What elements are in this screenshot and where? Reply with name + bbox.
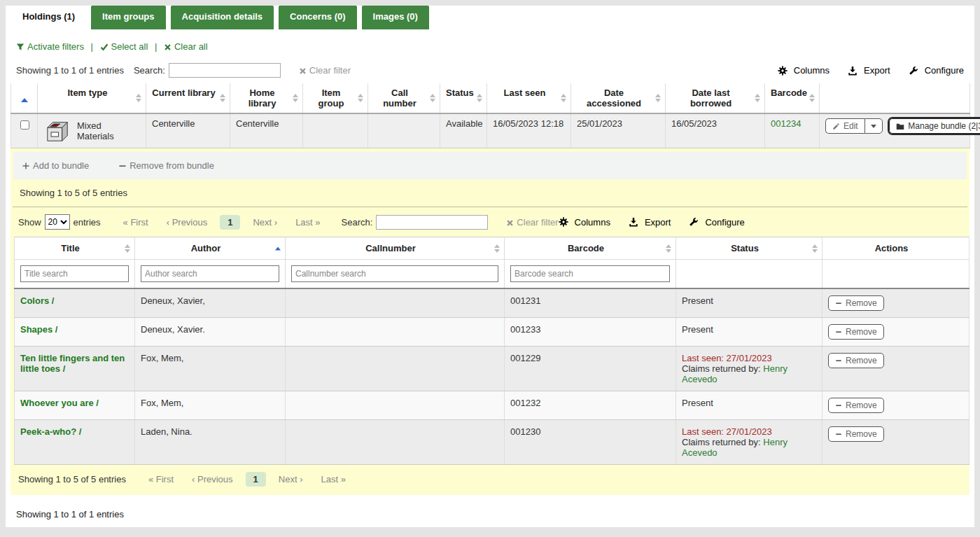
select-all-link[interactable]: Select all [100,41,148,52]
holdings-clear-filter[interactable]: Clear filter [299,65,351,76]
remove-button[interactable]: Remove [828,353,884,368]
title-link[interactable]: Shapes / [20,324,57,335]
header-current-library[interactable]: Current library [146,83,230,113]
header-status[interactable]: Status [676,237,822,260]
sort-icon [136,94,141,102]
bundle-pagination-top: « First ‹ Previous 1 Next › Last » [118,215,326,230]
header-last-seen[interactable]: Last seen [487,83,571,113]
sort-icon [655,94,661,102]
table-filter-links: Activate filters | Select all | Clear al… [10,29,969,57]
author-cell: Fox, Mem, [135,347,286,391]
configure-button[interactable]: Configure [909,65,964,76]
title-link[interactable]: Peek-a-who? / [20,426,81,437]
header-item-type[interactable]: Item type [38,83,146,113]
last-page-button[interactable]: Last » [290,215,326,230]
tab-holdings[interactable]: Holdings (1) [11,6,86,29]
page-size-select[interactable]: 20 [45,214,70,230]
tab-acquisition-details[interactable]: Acquisition details [171,6,274,29]
barcode-search-input[interactable] [510,265,670,282]
header-actions [820,83,970,113]
barcode-cell: 001232 [505,391,676,420]
sort-icon [809,94,815,102]
previous-page-button[interactable]: ‹ Previous [186,472,239,487]
item-type-label: Mixed Materials [77,120,140,141]
holdings-info: Showing 1 to 1 of 1 entries [16,65,124,76]
next-page-button[interactable]: Next › [273,472,309,487]
bundle-pagination-bottom: « First ‹ Previous 1 Next › Last » [143,472,351,487]
entries-label: entries [74,217,101,228]
tab-item-groups[interactable]: Item groups [91,6,165,29]
export-button[interactable]: Export [629,217,671,228]
header-status[interactable]: Status [440,83,487,113]
previous-page-button[interactable]: ‹ Previous [161,215,214,230]
title-link[interactable]: Whoever you are / [20,398,99,408]
status-cell: Available [440,113,487,148]
header-author[interactable]: Author [135,237,286,260]
last-page-button[interactable]: Last » [316,472,351,487]
header-callnumber[interactable]: Callnumber [286,237,505,260]
minus-icon [835,431,842,438]
clear-all-link[interactable]: Clear all [164,41,208,52]
first-page-button[interactable]: « First [118,215,154,230]
columns-button[interactable]: Columns [559,217,610,228]
add-to-bundle-link[interactable]: Add to bundle [22,160,89,171]
manage-bundle-button[interactable]: Manage bundle (2|3) [889,118,980,134]
table-row: Peek-a-who? / Laden, Nina. 001230 Last s… [15,420,969,465]
header-item-group[interactable]: Item group [303,83,368,113]
header-title[interactable]: Title [15,237,135,260]
remove-button[interactable]: Remove [828,324,884,340]
title-link[interactable]: Ten little fingers and ten little toes / [20,353,125,374]
callnumber-cell [286,420,505,465]
callnumber-search-input[interactable] [291,265,498,282]
activate-filters-link[interactable]: Activate filters [16,41,84,52]
wrench-icon [689,217,699,227]
sort-icon [755,94,760,102]
first-page-button[interactable]: « First [143,472,179,487]
title-link[interactable]: Colors / [20,295,54,306]
edit-button[interactable]: Edit [825,118,864,134]
wrench-icon [909,66,918,76]
header-barcode[interactable]: Barcode [505,237,676,260]
title-search-input[interactable] [20,265,129,282]
current-page-button[interactable]: 1 [246,472,266,487]
holdings-search-input[interactable] [169,63,281,78]
header-barcode[interactable]: Barcode [765,83,820,113]
status-cell: Last seen: 27/01/2023Claims returned by:… [676,347,822,391]
minus-icon [118,162,127,170]
bundle-search-input[interactable] [376,215,488,230]
remove-button[interactable]: Remove [828,398,884,413]
configure-button[interactable]: Configure [689,217,744,228]
date-accessioned-cell: 25/01/2023 [571,113,666,148]
edit-dropdown-toggle[interactable] [864,118,883,134]
remove-from-bundle-link[interactable]: Remove from bundle [118,160,214,171]
sort-asc-icon [21,88,28,102]
barcode-link[interactable]: 001234 [771,118,801,129]
sort-icon [125,244,130,253]
remove-button[interactable]: Remove [828,295,884,311]
header-call-number[interactable]: Call number [368,83,440,113]
bundle-clear-filter[interactable]: Clear filter [506,217,558,228]
author-cell: Deneux, Xavier, [135,288,286,318]
current-page-button[interactable]: 1 [220,215,240,230]
header-date-last-borrowed[interactable]: Date last borrowed [666,83,765,113]
remove-button[interactable]: Remove [828,426,884,442]
barcode-cell: 001231 [505,288,676,318]
author-search-input[interactable] [141,265,279,282]
sort-icon [220,94,225,102]
export-button[interactable]: Export [848,65,890,76]
bundle-items-table: Title Author Callnumber Barcode Status A… [14,237,969,465]
x-icon [164,43,172,51]
next-page-button[interactable]: Next › [247,215,283,230]
columns-button[interactable]: Columns [778,65,830,76]
home-library-cell: Centerville [230,113,303,148]
header-select-sort[interactable] [11,83,38,113]
sort-icon [812,244,818,253]
row-checkbox[interactable] [20,120,29,130]
header-date-accessioned[interactable]: Date accessioned [571,83,666,113]
callnumber-cell [286,347,505,391]
sort-icon [293,94,298,102]
tab-concerns[interactable]: Concerns (0) [279,6,356,29]
tab-images[interactable]: Images (0) [362,6,429,29]
status-last-seen: Last seen: 27/01/2023 [682,426,772,437]
header-home-library[interactable]: Home library [230,83,303,113]
